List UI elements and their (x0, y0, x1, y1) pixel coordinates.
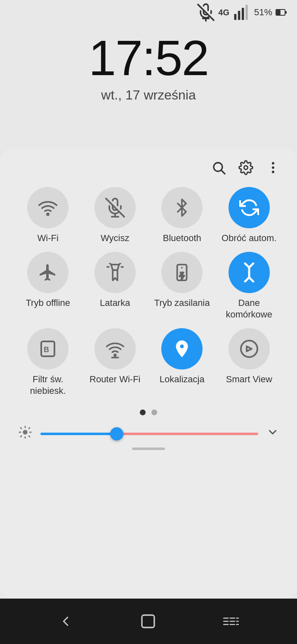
rotate-label: Obróć autom. (222, 232, 276, 244)
status-bar: 4G 51% (0, 0, 297, 25)
svg-point-12 (272, 166, 274, 169)
brightness-row (12, 415, 285, 443)
wifi-router-label: Router Wi-Fi (90, 374, 140, 386)
bluetooth-label: Bluetooth (163, 232, 201, 244)
airplane-label: Tryb offline (26, 297, 70, 309)
tile-mobile-data[interactable]: Dane komórkowe (218, 252, 281, 321)
back-button[interactable] (58, 613, 73, 629)
svg-rect-7 (276, 10, 280, 15)
signal-icon (233, 3, 251, 21)
search-button[interactable] (211, 160, 226, 179)
clock: 17:52 (0, 33, 297, 83)
smart-view-icon (239, 339, 259, 359)
quick-settings-panel: Wi-Fi Wycisz Bluetooth (0, 149, 297, 599)
wifi-label: Wi-Fi (38, 232, 59, 244)
battery-icon (276, 8, 287, 17)
brightness-thumb[interactable] (110, 427, 123, 440)
rotate-icon (239, 198, 259, 218)
brightness-icon (18, 425, 32, 443)
recents-button[interactable] (223, 613, 239, 629)
wifi-icon-bg (27, 187, 68, 228)
location-label: Lokalizacja (160, 374, 205, 386)
wifi-router-icon-bg (94, 328, 136, 369)
smart-view-label: Smart View (226, 374, 272, 386)
svg-point-11 (272, 162, 274, 165)
bluetooth-icon-bg (161, 187, 203, 228)
drag-handle[interactable] (132, 447, 165, 450)
svg-line-36 (29, 436, 30, 437)
svg-rect-1 (234, 14, 237, 20)
svg-point-31 (241, 341, 257, 357)
mute-label: Wycisz (101, 232, 129, 244)
blue-filter-icon-bg: B (27, 328, 68, 369)
qs-toolbar (12, 149, 285, 187)
page-indicators (12, 410, 285, 415)
settings-button[interactable] (238, 160, 253, 179)
svg-point-32 (23, 430, 27, 434)
power-saving-label: Tryb zasilania (154, 297, 210, 309)
network-4g-label: 4G (218, 8, 229, 17)
svg-point-13 (272, 171, 274, 173)
more-button[interactable] (266, 160, 280, 179)
tile-power-saving[interactable]: Tryb zasilania (151, 252, 214, 321)
svg-point-10 (244, 166, 248, 170)
mute-icon-bg (94, 187, 136, 228)
tile-mute[interactable]: Wycisz (84, 187, 147, 244)
tiles-grid: Wi-Fi Wycisz Bluetooth (12, 187, 285, 397)
bluetooth-icon (173, 199, 191, 217)
location-icon (172, 339, 192, 359)
status-icons: 4G 51% (197, 3, 287, 21)
airplane-icon (38, 263, 58, 282)
tile-flashlight[interactable]: Latarka (84, 252, 147, 321)
tile-wifi-router[interactable]: Router Wi-Fi (84, 328, 147, 397)
svg-rect-6 (285, 11, 287, 14)
mobile-data-icon-bg (229, 252, 270, 293)
power-saving-icon-bg (161, 252, 203, 293)
svg-line-9 (222, 170, 225, 174)
svg-rect-3 (242, 8, 244, 20)
blue-filter-label: Filtr św. niebiesk. (16, 374, 80, 397)
blue-filter-icon: B (38, 339, 58, 359)
brightness-slider[interactable] (40, 433, 258, 435)
svg-line-39 (21, 436, 21, 437)
svg-line-19 (109, 263, 111, 265)
flashlight-icon-bg (94, 252, 136, 293)
flashlight-label: Latarka (100, 297, 130, 309)
svg-rect-4 (245, 5, 248, 20)
smart-view-icon-bg (229, 328, 270, 369)
svg-rect-2 (238, 11, 240, 20)
tile-blue-filter[interactable]: B Filtr św. niebiesk. (16, 328, 80, 397)
page-dot-2 (151, 410, 157, 415)
svg-point-14 (47, 213, 49, 215)
tile-airplane[interactable]: Tryb offline (16, 252, 80, 321)
home-button[interactable] (140, 613, 156, 630)
flashlight-icon (106, 263, 125, 282)
tile-smart-view[interactable]: Smart View (218, 328, 281, 397)
svg-line-35 (21, 428, 21, 429)
mute-tile-icon (105, 198, 125, 218)
sun-icon (18, 425, 32, 439)
wifi-icon (38, 198, 58, 218)
svg-text:B: B (44, 346, 49, 354)
wifi-router-icon (106, 339, 125, 358)
page-dot-1 (140, 410, 146, 415)
location-icon-bg (161, 328, 203, 369)
time-display: 17:52 wt., 17 września (0, 33, 297, 103)
tile-bluetooth[interactable]: Bluetooth (151, 187, 214, 244)
brightness-expand-button[interactable] (266, 426, 279, 441)
rotate-icon-bg (229, 187, 270, 228)
tile-wifi[interactable]: Wi-Fi (16, 187, 80, 244)
airplane-icon-bg (27, 252, 68, 293)
mobile-data-icon (239, 263, 259, 282)
navigation-bar (0, 599, 297, 644)
battery-percent: 51% (254, 7, 272, 18)
mobile-data-label: Dane komórkowe (218, 297, 281, 321)
svg-line-40 (29, 428, 30, 429)
tile-location[interactable]: Lokalizacja (151, 328, 214, 397)
date: wt., 17 września (0, 88, 297, 103)
power-saving-icon (172, 263, 191, 282)
tile-rotate[interactable]: Obróć autom. (218, 187, 281, 244)
mute-icon (197, 3, 215, 21)
svg-rect-41 (142, 615, 154, 627)
svg-line-20 (119, 263, 120, 265)
